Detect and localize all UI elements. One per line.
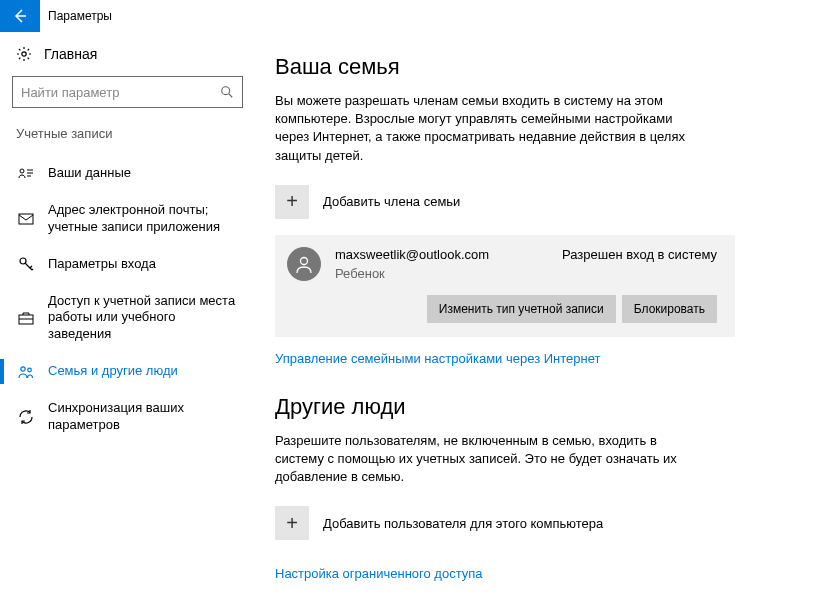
sidebar-item-signin-options[interactable]: Параметры входа <box>12 246 243 283</box>
window-title: Параметры <box>48 9 112 23</box>
sidebar-item-work-access[interactable]: Доступ к учетной записи места работы или… <box>12 283 243 354</box>
search-input[interactable] <box>21 85 220 100</box>
search-box[interactable] <box>12 76 243 108</box>
svg-point-1 <box>222 87 230 95</box>
svg-rect-3 <box>19 214 33 224</box>
back-button[interactable] <box>0 0 40 32</box>
plus-icon: + <box>275 506 309 540</box>
nav-label: Семья и другие люди <box>48 363 178 380</box>
other-description: Разрешите пользователям, не включенным в… <box>275 432 705 487</box>
nav-label: Ваши данные <box>48 165 131 182</box>
briefcase-icon <box>18 311 34 325</box>
arrow-left-icon <box>12 8 28 24</box>
member-email: maxsweetlik@outlook.com <box>335 247 489 262</box>
family-heading: Ваша семья <box>275 54 800 80</box>
member-status: Разрешен вход в систему <box>562 247 717 281</box>
add-other-user[interactable]: + Добавить пользователя для этого компью… <box>275 506 800 540</box>
nav-label: Параметры входа <box>48 256 156 273</box>
add-other-label: Добавить пользователя для этого компьюте… <box>323 516 603 531</box>
family-description: Вы можете разрешать членам семьи входить… <box>275 92 705 165</box>
sidebar-item-email[interactable]: Адрес электронной почты; учетные записи … <box>12 192 243 246</box>
change-account-type-button[interactable]: Изменить тип учетной записи <box>427 295 616 323</box>
nav-label: Доступ к учетной записи места работы или… <box>48 293 239 344</box>
family-member-card[interactable]: maxsweetlik@outlook.com Ребенок Разрешен… <box>275 235 735 337</box>
avatar-icon <box>287 247 321 281</box>
sidebar-home[interactable]: Главная <box>12 46 243 62</box>
sync-icon <box>18 409 34 425</box>
manage-family-link[interactable]: Управление семейными настройками через И… <box>275 351 800 366</box>
people-icon <box>18 365 34 379</box>
svg-point-8 <box>301 257 308 264</box>
other-heading: Другие люди <box>275 394 800 420</box>
home-label: Главная <box>44 46 97 62</box>
svg-point-7 <box>28 368 32 372</box>
sidebar: Главная Учетные записи Ваши данные Адрес… <box>0 32 255 594</box>
svg-point-0 <box>22 52 26 56</box>
restricted-access-link[interactable]: Настройка ограниченного доступа <box>275 566 800 581</box>
add-family-label: Добавить члена семьи <box>323 194 460 209</box>
mail-icon <box>18 213 34 225</box>
member-role: Ребенок <box>335 266 489 281</box>
svg-point-2 <box>20 169 24 173</box>
main-panel: Ваша семья Вы можете разрешать членам се… <box>255 32 840 594</box>
plus-icon: + <box>275 185 309 219</box>
sidebar-item-your-info[interactable]: Ваши данные <box>12 155 243 192</box>
search-icon <box>220 85 234 99</box>
key-icon <box>18 256 34 272</box>
nav-label: Адрес электронной почты; учетные записи … <box>48 202 239 236</box>
titlebar: Параметры <box>0 0 840 32</box>
add-family-member[interactable]: + Добавить члена семьи <box>275 185 800 219</box>
nav-label: Синхронизация ваших параметров <box>48 400 239 434</box>
sidebar-section-label: Учетные записи <box>12 126 243 141</box>
person-card-icon <box>18 167 34 179</box>
block-button[interactable]: Блокировать <box>622 295 717 323</box>
gear-icon <box>16 46 32 62</box>
sidebar-item-family[interactable]: Семья и другие люди <box>12 353 243 390</box>
svg-point-6 <box>21 366 25 370</box>
sidebar-item-sync[interactable]: Синхронизация ваших параметров <box>12 390 243 444</box>
